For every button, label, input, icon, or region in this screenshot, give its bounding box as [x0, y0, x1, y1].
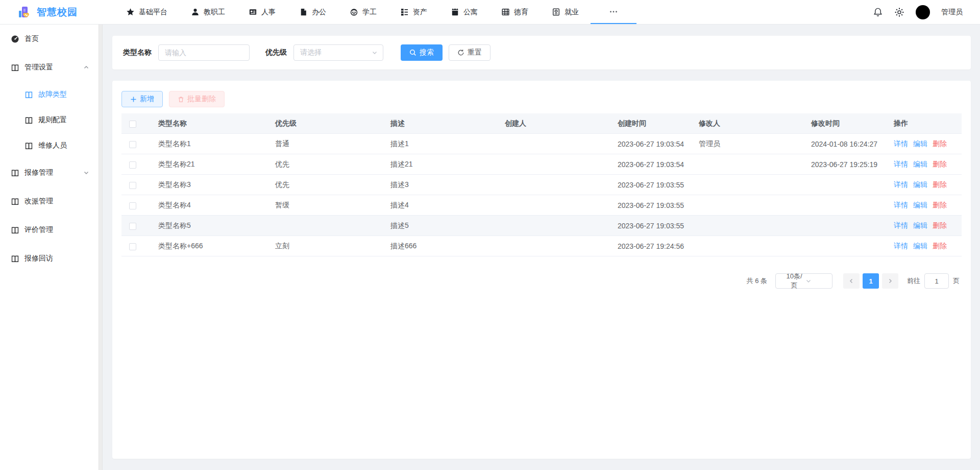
detail-link[interactable]: 详情: [894, 201, 908, 210]
app-title: 智慧校园: [37, 6, 78, 19]
reading-icon: [11, 226, 19, 234]
cell-created: 2023-06-27 19:03:55: [610, 201, 692, 209]
user-name[interactable]: 管理员: [941, 8, 963, 17]
cell-priority: 暂缓: [268, 201, 383, 210]
cell-created: 2023-06-27 19:03:55: [610, 181, 692, 189]
nav-item-assets[interactable]: 资产: [388, 0, 439, 24]
add-button[interactable]: 新增: [121, 91, 163, 107]
type-name-input[interactable]: [158, 44, 250, 61]
app-logo[interactable]: 智慧校园: [0, 5, 102, 19]
select-all-checkbox[interactable]: [129, 121, 136, 128]
priority-label: 优先级: [265, 48, 287, 57]
goto-page-input[interactable]: [924, 273, 949, 289]
sidebar: 首页 管理设置 故障类型 规则配置 维修人员: [0, 25, 99, 470]
batch-delete-button[interactable]: 批量删除: [169, 91, 225, 107]
sidebar-item-fault-type[interactable]: 故障类型: [0, 82, 99, 107]
row-checkbox[interactable]: [129, 223, 136, 230]
chevron-down-icon: [805, 278, 828, 284]
detail-link[interactable]: 详情: [894, 180, 908, 190]
edit-link[interactable]: 编辑: [913, 139, 927, 149]
detail-link[interactable]: 详情: [894, 221, 908, 230]
sidebar-item-label: 评价管理: [24, 225, 53, 234]
trash-icon: [178, 96, 184, 103]
row-checkbox[interactable]: [129, 161, 136, 169]
delete-link[interactable]: 删除: [933, 201, 947, 210]
sidebar-item-manage-settings[interactable]: 管理设置: [0, 53, 99, 82]
row-checkbox[interactable]: [129, 202, 136, 209]
nav-item-label: 办公: [312, 8, 326, 17]
nav-item-office[interactable]: 办公: [287, 0, 338, 24]
col-header-modifier: 修改人: [692, 119, 804, 128]
gear-icon[interactable]: [894, 7, 904, 17]
reading-icon: [11, 197, 19, 206]
nav-item-moral[interactable]: 德育: [489, 0, 540, 24]
cell-created: 2023-06-27 19:24:56: [610, 242, 692, 250]
sidebar-item-evaluate-manage[interactable]: 评价管理: [0, 216, 99, 244]
prev-page-button[interactable]: [843, 273, 860, 289]
edit-link[interactable]: 编辑: [913, 180, 927, 190]
goto-label: 前往: [907, 276, 920, 286]
detail-link[interactable]: 详情: [894, 160, 908, 169]
nav-item-student[interactable]: 学工: [338, 0, 388, 24]
nav-item-hr[interactable]: 人事: [237, 0, 287, 24]
sidebar-item-label: 规则配置: [38, 115, 67, 125]
sidebar-item-repair-manage[interactable]: 报修管理: [0, 158, 99, 187]
cell-priority: 普通: [268, 139, 383, 149]
chevron-up-icon: [83, 64, 89, 70]
sidebar-item-label: 故障类型: [38, 90, 67, 99]
search-panel: 类型名称 优先级 请选择 搜索 重置: [112, 36, 971, 69]
priority-select[interactable]: 请选择: [293, 44, 383, 61]
person-icon: [191, 8, 200, 16]
user-avatar[interactable]: [916, 5, 930, 19]
detail-link[interactable]: 详情: [894, 242, 908, 251]
reset-button[interactable]: 重置: [449, 44, 491, 61]
sidebar-item-repair-staff[interactable]: 维修人员: [0, 133, 99, 158]
edit-link[interactable]: 编辑: [913, 221, 927, 230]
nav-item-apartment[interactable]: 公寓: [439, 0, 489, 24]
cell-created: 2023-06-27 19:03:54: [610, 160, 692, 169]
bell-icon[interactable]: [873, 7, 883, 17]
chevron-left-icon: [848, 278, 854, 284]
row-checkbox[interactable]: [129, 182, 136, 189]
sidebar-item-rule-config[interactable]: 规则配置: [0, 107, 99, 133]
row-checkbox[interactable]: [129, 141, 136, 148]
delete-link[interactable]: 删除: [933, 160, 947, 169]
sidebar-item-home[interactable]: 首页: [0, 25, 99, 53]
edit-link[interactable]: 编辑: [913, 160, 927, 169]
id-card-icon: [249, 8, 257, 16]
delete-link[interactable]: 删除: [933, 139, 947, 149]
row-checkbox[interactable]: [129, 243, 136, 250]
reset-button-label: 重置: [468, 48, 482, 57]
sidebar-item-label: 管理设置: [24, 63, 53, 72]
sidebar-item-repair-visit[interactable]: 报修回访: [0, 244, 99, 273]
detail-link[interactable]: 详情: [894, 139, 908, 149]
nav-item-more[interactable]: [591, 0, 636, 24]
edit-link[interactable]: 编辑: [913, 242, 927, 251]
top-nav-bar: 智慧校园 基础平台 教职工 人事 办公: [0, 0, 980, 25]
sidebar-item-label: 首页: [24, 34, 39, 43]
edit-link[interactable]: 编辑: [913, 201, 927, 210]
table-row: 类型名称21 优先 描述21 2023-06-27 19:03:54 2023-…: [121, 154, 962, 175]
delete-link[interactable]: 删除: [933, 180, 947, 190]
nav-item-employment[interactable]: 就业: [540, 0, 591, 24]
search-button[interactable]: 搜索: [401, 44, 443, 61]
cell-name: 类型名称+666: [151, 242, 268, 251]
priority-select-placeholder: 请选择: [300, 48, 372, 57]
sidebar-item-reassign-manage[interactable]: 改派管理: [0, 187, 99, 216]
cell-priority: 立刻: [268, 242, 383, 251]
next-page-button[interactable]: [882, 273, 898, 289]
page-number-1[interactable]: 1: [863, 273, 879, 289]
nav-item-base-platform[interactable]: 基础平台: [114, 0, 179, 24]
delete-link[interactable]: 删除: [933, 221, 947, 230]
batch-delete-button-label: 批量删除: [187, 95, 216, 104]
add-button-label: 新增: [140, 95, 154, 104]
delete-link[interactable]: 删除: [933, 242, 947, 251]
cell-modified: 2024-01-08 16:24:27: [804, 140, 887, 148]
table-header-row: 类型名称 优先级 描述 创建人 创建时间 修改人 修改时间 操作: [121, 113, 962, 134]
col-header-ops: 操作: [887, 119, 962, 128]
cell-desc: 描述666: [383, 242, 498, 251]
sidebar-scrollbar[interactable]: [99, 25, 103, 470]
nav-item-staff[interactable]: 教职工: [179, 0, 237, 24]
page-size-select[interactable]: 10条/页: [775, 273, 832, 289]
cell-name: 类型名称21: [151, 160, 268, 169]
